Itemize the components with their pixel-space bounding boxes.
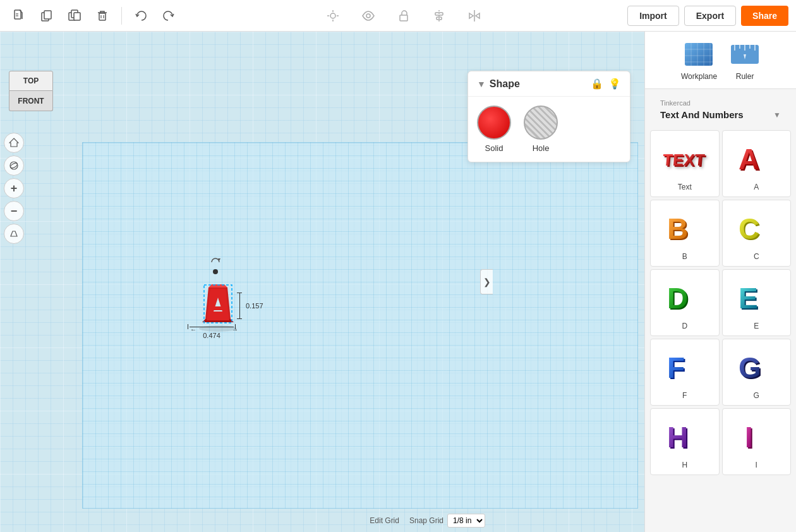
- main-area: TOP FRONT + − ▼: [0, 32, 796, 532]
- shape-panel-title-text: Shape: [490, 78, 520, 90]
- light-icon[interactable]: [322, 4, 344, 27]
- shape-item-g[interactable]: G G G: [722, 339, 792, 406]
- shape-item-i[interactable]: I I I: [722, 408, 792, 475]
- snap-grid-control: Snap Grid 1/8 in 1/4 in 1/2 in 1 in: [409, 514, 485, 528]
- collapse-panel-arrow[interactable]: ❯: [480, 269, 493, 294]
- shape-name-e: E: [754, 322, 759, 330]
- object-3d-container[interactable]: 0.474 ← → 0.157: [193, 275, 243, 334]
- hole-option[interactable]: Hole: [524, 106, 558, 153]
- shape-thumb-d: D D: [660, 275, 710, 319]
- shape-light-icon[interactable]: 💡: [608, 78, 621, 90]
- import-button[interactable]: Import: [627, 6, 679, 26]
- shape-item-b[interactable]: B B B: [650, 200, 720, 267]
- delete-button[interactable]: [91, 4, 114, 27]
- shape-thumb-f: F F: [660, 344, 710, 389]
- share-button[interactable]: Share: [741, 6, 788, 26]
- hide-icon[interactable]: [357, 4, 380, 27]
- undo-button[interactable]: [130, 4, 152, 27]
- svg-text:F: F: [667, 351, 685, 384]
- solid-circle: [477, 106, 511, 140]
- shape-item-d[interactable]: D D D: [650, 269, 720, 336]
- svg-text:D: D: [667, 282, 688, 315]
- shape-panel-header: ▼ Shape 🔒 💡: [468, 71, 630, 97]
- orbit-button[interactable]: [4, 155, 24, 176]
- solid-option[interactable]: Solid: [477, 106, 511, 153]
- hole-label: Hole: [533, 143, 550, 153]
- library-section: Tinkercad Text And Numbers ▼: [645, 89, 796, 128]
- workplane-tool-icon: [684, 39, 714, 70]
- shape-thumb-c: C C: [731, 205, 781, 250]
- edit-grid-label[interactable]: Edit Grid: [370, 516, 399, 525]
- shape-thumb-g: G G: [731, 344, 781, 389]
- export-button[interactable]: Export: [684, 6, 736, 26]
- shape-panel-title: ▼ Shape: [477, 78, 520, 90]
- ruler-label: Ruler: [736, 72, 754, 81]
- workplane: [82, 142, 638, 509]
- shape-name-d: D: [682, 322, 687, 330]
- workplane-tool[interactable]: Workplane: [681, 39, 717, 81]
- svg-point-16: [366, 14, 370, 18]
- shape-name-g: G: [754, 391, 759, 400]
- svg-marker-23: [476, 13, 479, 18]
- shape-item-f[interactable]: F F F: [650, 339, 720, 406]
- svg-text:C: C: [739, 212, 759, 245]
- shape-item-text[interactable]: TEXT TEXT Text: [650, 130, 720, 197]
- new-button[interactable]: [8, 4, 30, 27]
- zoom-in-button[interactable]: +: [4, 178, 24, 198]
- shape-options: Solid Hole: [468, 97, 630, 162]
- svg-text:E: E: [739, 282, 758, 315]
- zoom-out-button[interactable]: −: [4, 201, 24, 221]
- top-toolbar: Import Export Share: [0, 0, 796, 32]
- shape-name-text: Text: [678, 183, 692, 191]
- svg-marker-22: [469, 13, 473, 18]
- shape-thumb-e: E E: [731, 275, 781, 319]
- svg-text:H: H: [667, 421, 688, 454]
- svg-rect-0: [15, 10, 21, 19]
- panel-tools: Workplane Ruler: [645, 32, 796, 89]
- lock-icon[interactable]: [392, 4, 415, 27]
- shape-item-a[interactable]: A A A: [722, 130, 792, 197]
- shape-item-h[interactable]: H H H: [650, 408, 720, 475]
- toolbar-center: [322, 4, 486, 27]
- copy-button[interactable]: [35, 4, 58, 27]
- home-view-button[interactable]: [4, 133, 24, 153]
- redo-button[interactable]: [157, 4, 180, 27]
- toolbar-left: [8, 4, 180, 27]
- svg-marker-24: [9, 138, 18, 147]
- svg-text:B: B: [667, 212, 688, 245]
- shape-thumb-text: TEXT TEXT: [660, 136, 710, 180]
- shape-thumb-b: B B: [660, 205, 710, 250]
- svg-rect-38: [212, 306, 224, 310]
- shape-panel-collapse[interactable]: ▼: [477, 79, 486, 89]
- svg-text:G: G: [739, 351, 761, 384]
- shape-panel-icons: 🔒 💡: [591, 78, 621, 90]
- ruler-tool[interactable]: Ruler: [730, 39, 760, 81]
- shape-name-c: C: [754, 252, 759, 261]
- shape-item-c[interactable]: C C C: [722, 200, 792, 267]
- shape-name-b: B: [682, 252, 687, 261]
- perspective-button[interactable]: [4, 224, 24, 244]
- shape-panel: ▼ Shape 🔒 💡 Solid Hole: [467, 71, 630, 162]
- shape-name-h: H: [682, 461, 687, 469]
- svg-marker-27: [11, 231, 17, 236]
- shapes-grid: TEXT TEXT Text A: [645, 128, 796, 478]
- duplicate-button[interactable]: [63, 4, 86, 27]
- svg-rect-4: [44, 11, 51, 19]
- view-cube-top[interactable]: TOP: [9, 71, 53, 91]
- svg-rect-7: [74, 13, 80, 20]
- view-cube[interactable]: TOP FRONT: [9, 71, 59, 128]
- shape-name-a: A: [754, 183, 759, 191]
- viewport[interactable]: TOP FRONT + − ▼: [0, 32, 644, 532]
- bottom-bar: Edit Grid Snap Grid 1/8 in 1/4 in 1/2 in…: [0, 509, 493, 532]
- mirror-icon[interactable]: [463, 4, 486, 27]
- shape-thumb-h: H H: [660, 414, 710, 458]
- shape-item-e[interactable]: E E E: [722, 269, 792, 336]
- shape-lock-icon[interactable]: 🔒: [591, 78, 603, 90]
- toolbar-right: Import Export Share: [627, 6, 788, 26]
- library-dropdown-icon[interactable]: ▼: [773, 111, 781, 119]
- align-icon[interactable]: [428, 4, 450, 27]
- view-cube-front[interactable]: FRONT: [9, 91, 53, 111]
- snap-grid-select[interactable]: 1/8 in 1/4 in 1/2 in 1 in: [447, 514, 485, 528]
- svg-rect-8: [99, 13, 106, 20]
- rotation-handle[interactable]: [209, 256, 222, 275]
